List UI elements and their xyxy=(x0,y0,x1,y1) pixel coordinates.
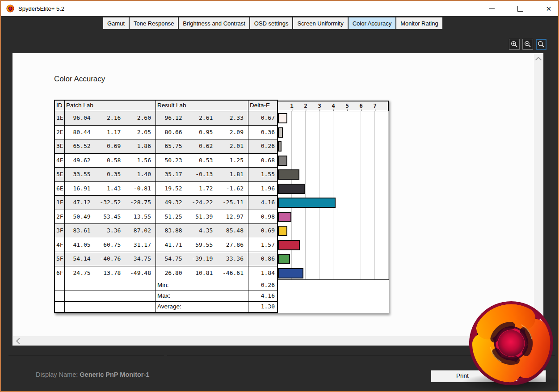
patch-id: 2E xyxy=(55,126,65,140)
chart-lane xyxy=(278,111,389,126)
table-row: 6E 16.911.43-0.81 19.521.72-1.62 1.96 xyxy=(55,182,277,196)
chart-lane xyxy=(278,224,389,238)
delta-e-value: 0.98 xyxy=(248,210,277,224)
delta-e-bar xyxy=(278,226,287,236)
delta-e-bar xyxy=(278,141,282,152)
result-lab-values: 51.2551.39-12.97 xyxy=(156,210,248,224)
magnifier-minus-icon xyxy=(524,41,531,48)
delta-e-value: 1.84 xyxy=(248,266,277,281)
delta-e-bar xyxy=(278,156,287,166)
chart-lane xyxy=(278,154,389,168)
tab-label: Monitor Rating xyxy=(400,20,438,27)
axis-tick-label: 2 xyxy=(304,102,307,109)
tab-label: Brightness and Contrast xyxy=(183,20,245,27)
app-window: Spyder5Elite+ 5.2 ✕ Gamut Tone Response … xyxy=(0,0,559,392)
patch-lab-values: 24.7513.78-49.48 xyxy=(65,266,156,281)
chart-lane xyxy=(278,126,389,140)
header-patch-lab: Patch Lab xyxy=(65,101,156,111)
patch-lab-values: 54.14-40.7634.75 xyxy=(65,252,156,266)
chart-axis-header: 1 2 3 4 5 6 7 xyxy=(278,101,389,111)
delta-e-value: 0.68 xyxy=(248,154,277,168)
table-summary: Min: 0.26 Max: 4.16 xyxy=(55,280,277,312)
table-header-row: ID Patch Lab Result Lab Delta-E xyxy=(55,101,277,111)
patch-lab-values: 80.441.172.05 xyxy=(65,126,156,140)
tab-item[interactable]: Monitor Rating xyxy=(396,17,442,29)
display-name-value: Generic PnP Monitor-1 xyxy=(80,371,149,378)
tab-strip: Gamut Tone Response Brightness and Contr… xyxy=(1,16,558,29)
table-row: 3F 83.613.3687.02 83.884.3585.48 0.69 xyxy=(55,224,277,238)
tab-label: Color Accuracy xyxy=(353,20,391,27)
chart-lane xyxy=(278,168,389,182)
summary-label: Average: xyxy=(156,302,248,312)
patch-id: 3E xyxy=(55,139,65,154)
delta-e-value: 0.26 xyxy=(248,139,277,154)
summary-row: Min: 0.26 xyxy=(55,280,277,291)
tab-label: Screen Uniformity xyxy=(297,20,343,27)
table-row: 5F 54.14-40.7634.75 54.75-39.1933.36 0.8… xyxy=(55,252,277,266)
patch-id: 6F xyxy=(55,266,65,281)
chart-plot-area xyxy=(278,111,389,280)
zoom-out-button[interactable] xyxy=(522,39,533,50)
table-row: 2F 50.4953.45-13.55 51.2551.39-12.97 0.9… xyxy=(55,210,277,224)
close-x-icon: ✕ xyxy=(546,5,552,12)
tab-item[interactable]: OSD settings xyxy=(250,17,293,29)
result-lab-values: 35.17-0.131.81 xyxy=(156,168,248,182)
table-row: 5E 33.550.351.40 35.17-0.131.81 1.55 xyxy=(55,168,277,182)
chevron-left-icon[interactable] xyxy=(16,338,22,344)
close-button[interactable]: ✕ xyxy=(543,3,555,14)
maximize-button[interactable] xyxy=(514,3,526,14)
chart-footer-blank xyxy=(278,280,389,312)
table-row: 3E 65.520.691.86 65.750.622.01 0.26 xyxy=(55,139,277,154)
window-title: Spyder5Elite+ 5.2 xyxy=(18,5,64,12)
patch-id: 3F xyxy=(55,224,65,238)
summary-row: Max: 4.16 xyxy=(55,291,277,302)
tab-item[interactable]: Brightness and Contrast xyxy=(179,17,249,29)
header-id: ID xyxy=(55,101,65,111)
axis-tick-label: 6 xyxy=(359,102,363,109)
zoom-in-button[interactable] xyxy=(509,39,520,50)
zoom-toolbar xyxy=(509,39,546,50)
tab-item[interactable]: Gamut xyxy=(103,17,129,29)
delta-e-bar xyxy=(278,127,283,138)
patch-id: 2F xyxy=(55,210,65,224)
result-lab-values: 19.521.72-1.62 xyxy=(156,182,248,196)
chart-lane xyxy=(278,139,389,154)
tab-item[interactable]: Tone Response xyxy=(130,17,178,29)
chart-lane xyxy=(278,210,389,224)
maximize-square-icon xyxy=(517,6,523,12)
delta-e-bar xyxy=(278,212,291,222)
delta-e-bar xyxy=(278,240,300,250)
vertical-scrollbar[interactable] xyxy=(534,54,543,336)
delta-e-bar xyxy=(278,198,336,208)
delta-e-value: 1.57 xyxy=(248,238,277,253)
chevron-up-icon[interactable] xyxy=(535,57,542,63)
patch-id: 5F xyxy=(55,252,65,266)
patch-lab-values: 16.911.43-0.81 xyxy=(65,182,156,196)
magnifier-icon xyxy=(538,41,545,48)
result-lab-values: 83.884.3585.48 xyxy=(156,224,248,238)
chart-lane xyxy=(278,196,389,210)
tab-item[interactable]: Screen Uniformity xyxy=(293,17,347,29)
result-lab-values: 96.122.612.33 xyxy=(156,111,248,126)
color-accuracy-table: ID Patch Lab Result Lab Delta-E 1E 96.04… xyxy=(54,100,389,313)
header-result-lab: Result Lab xyxy=(156,101,248,111)
table-row: 1F 47.12-32.52-28.75 49.32-24.22-25.11 4… xyxy=(55,196,277,210)
summary-value: 0.26 xyxy=(248,280,277,291)
result-lab-values: 50.230.531.25 xyxy=(156,154,248,168)
tab-item[interactable]: Color Accuracy xyxy=(349,17,395,29)
minimize-button[interactable] xyxy=(486,3,497,14)
display-name-label: Display Name: xyxy=(36,371,78,378)
axis-tick-label: 3 xyxy=(318,102,321,109)
delta-e-bar xyxy=(278,254,290,264)
summary-label: Min: xyxy=(156,280,248,291)
chart-lane xyxy=(278,238,389,253)
page-title: Color Accuracy xyxy=(54,75,105,84)
zoom-reset-button[interactable] xyxy=(536,39,546,50)
horizontal-scrollbar[interactable] xyxy=(13,336,534,345)
delta-e-value: 0.36 xyxy=(248,126,277,140)
magnifier-plus-icon xyxy=(511,41,518,48)
delta-e-value: 1.55 xyxy=(248,168,277,182)
patch-lab-values: 96.042.162.60 xyxy=(65,111,156,126)
summary-value: 1.30 xyxy=(248,302,277,312)
patch-lab-values: 83.613.3687.02 xyxy=(65,224,156,238)
